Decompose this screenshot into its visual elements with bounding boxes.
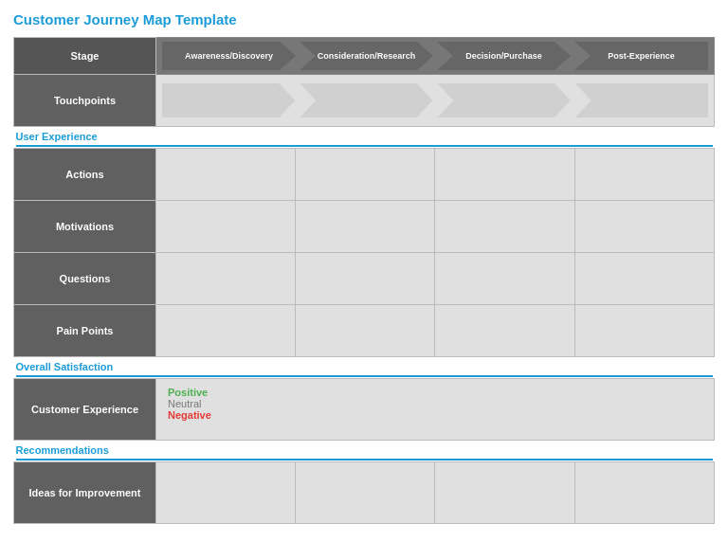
customer-experience-label: Customer Experience [14,379,156,441]
recommendations-label: Recommendations [16,444,109,456]
pain-points-cell-3[interactable] [435,305,574,357]
pain-points-cell-1[interactable] [156,305,296,357]
ideas-cell-1[interactable] [156,462,296,524]
motivations-cell-3[interactable] [435,201,574,253]
actions-cell-1[interactable] [156,149,296,201]
touchpoints-label: Touchpoints [14,75,156,127]
questions-cell-1[interactable] [156,253,296,305]
motivations-label: Motivations [14,201,156,253]
recommendations-section: Recommendations [14,441,715,462]
questions-cell-3[interactable] [435,253,574,305]
stage-consideration: Consideration/Research [300,42,433,70]
pain-points-row: Pain Points [14,305,715,357]
customer-experience-row: Customer Experience Positive Neutral Neg… [14,379,715,441]
touchpoint-arrow-1 [162,83,295,117]
ideas-label: Ideas for Improvement [14,462,156,524]
negative-text: Negative [168,409,702,421]
touchpoint-arrow-2 [300,83,432,117]
actions-label: Actions [14,149,156,201]
header-row: Stage Awareness/Discovery Consideration/… [14,38,715,75]
stage-postexp: Post-Experience [574,42,708,70]
pain-points-label: Pain Points [14,305,156,357]
stage-decision: Decision/Purchase [437,42,571,70]
overall-satisfaction-divider: Overall Satisfaction [14,357,715,379]
page-title: Customer Journey Map Template [13,11,715,27]
ideas-cell-4[interactable] [574,462,714,524]
motivations-row: Motivations [14,201,715,253]
actions-row: Actions [14,149,715,201]
stage-label: Stage [14,38,156,75]
user-experience-label: User Experience [16,131,98,142]
touchpoints-content [156,75,715,127]
questions-label: Questions [14,253,156,305]
touchpoints-row: Touchpoints [14,75,715,127]
touchpoint-arrow-3 [438,83,571,117]
overall-satisfaction-section: Overall Satisfaction [14,357,715,379]
user-experience-section: User Experience [14,127,715,149]
questions-cell-2[interactable] [296,253,435,305]
motivations-cell-2[interactable] [296,201,435,253]
actions-cell-3[interactable] [435,149,574,201]
neutral-text: Neutral [168,398,702,409]
actions-cell-4[interactable] [574,149,714,201]
ideas-row: Ideas for Improvement [14,462,715,524]
ideas-cell-3[interactable] [435,462,574,524]
customer-experience-content[interactable]: Positive Neutral Negative [156,379,715,441]
actions-cell-2[interactable] [296,149,435,201]
stage-arrows-cell: Awareness/Discovery Consideration/Resear… [156,38,715,75]
ideas-cell-2[interactable] [296,462,435,524]
recommendations-divider: Recommendations [14,441,715,462]
overall-satisfaction-label: Overall Satisfaction [16,361,114,372]
stage-awareness: Awareness/Discovery [162,42,296,70]
user-experience-divider: User Experience [14,127,715,149]
motivations-cell-4[interactable] [574,201,714,253]
pain-points-cell-4[interactable] [574,305,714,357]
touchpoint-arrow-4 [575,83,708,117]
questions-cell-4[interactable] [574,253,714,305]
questions-row: Questions [14,253,715,305]
positive-text: Positive [168,387,702,398]
pain-points-cell-2[interactable] [296,305,435,357]
motivations-cell-1[interactable] [156,201,296,253]
